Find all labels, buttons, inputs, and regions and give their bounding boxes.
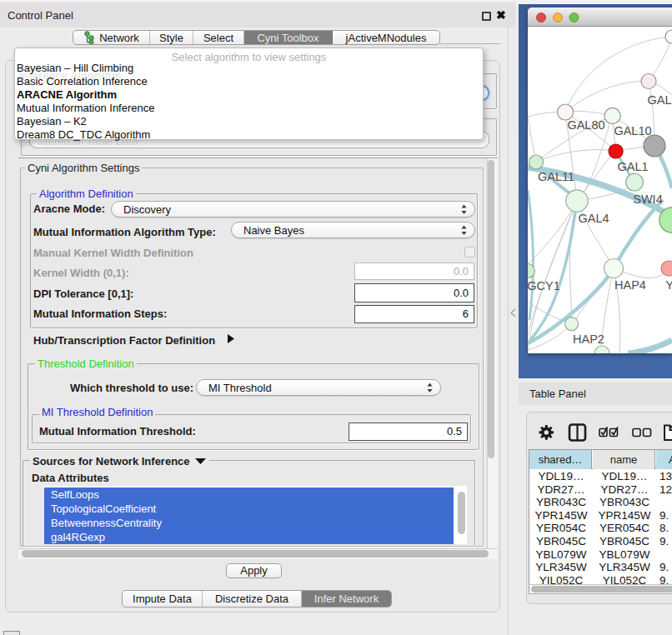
svg-text:GAL11: GAL11 — [538, 170, 574, 183]
svg-text:SWI4: SWI4 — [633, 192, 662, 206]
svg-text:GAL4: GAL4 — [578, 212, 609, 225]
svg-text:Y: Y — [665, 278, 672, 292]
svg-text:HAP4: HAP4 — [614, 278, 646, 292]
svg-text:HAP2: HAP2 — [573, 332, 604, 346]
svg-text:GAL1: GAL1 — [617, 160, 648, 173]
svg-text:GAL80: GAL80 — [567, 118, 604, 132]
svg-text:GAL10: GAL10 — [614, 124, 651, 138]
svg-text:GCY1: GCY1 — [528, 279, 560, 292]
svg-text:GAL: GAL — [647, 93, 671, 107]
